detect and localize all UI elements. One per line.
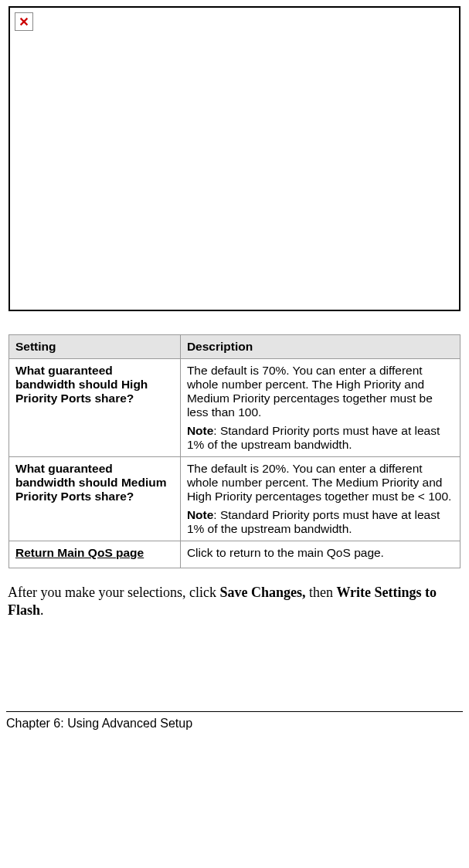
setting-cell: What guaranteed bandwidth should High Pr… (9, 359, 181, 457)
return-main-qos-link[interactable]: Return Main QoS page (15, 546, 144, 559)
save-changes-label: Save Changes, (219, 585, 305, 600)
note-label: Note (187, 508, 213, 521)
text-fragment: After you make your selections, click (8, 585, 219, 600)
description-text: The default is 20%. You can enter a diff… (187, 462, 454, 504)
header-description: Description (180, 335, 460, 359)
text-fragment: . (40, 602, 44, 618)
table-row: What guaranteed bandwidth should High Pr… (9, 359, 461, 457)
note-text: : Standard Priority ports must have at l… (187, 424, 440, 451)
text-fragment: then (305, 585, 336, 600)
header-setting: Setting (9, 335, 181, 359)
description-cell: The default is 20%. You can enter a diff… (180, 457, 460, 541)
note-line: Note: Standard Priority ports must have … (187, 424, 454, 452)
note-line: Note: Standard Priority ports must have … (187, 508, 454, 536)
table-header-row: Setting Description (9, 335, 461, 359)
chapter-title: Chapter 6: Using Advanced Setup (6, 717, 192, 730)
setting-cell: Return Main QoS page (9, 541, 181, 568)
instruction-paragraph: After you make your selections, click Sa… (8, 584, 457, 619)
setting-cell: What guaranteed bandwidth should Medium … (9, 457, 181, 541)
note-label: Note (187, 424, 213, 437)
description-cell: Click to return to the main QoS page. (180, 541, 460, 568)
description-cell: The default is 70%. You can enter a diff… (180, 359, 460, 457)
description-text: Click to return to the main QoS page. (187, 546, 454, 560)
table-row: Return Main QoS page Click to return to … (9, 541, 461, 568)
broken-image-icon (15, 12, 33, 31)
page-footer: Chapter 6: Using Advanced Setup (6, 711, 463, 731)
settings-table: Setting Description What guaranteed band… (8, 334, 461, 568)
table-row: What guaranteed bandwidth should Medium … (9, 457, 461, 541)
description-text: The default is 70%. You can enter a diff… (187, 364, 454, 419)
screenshot-placeholder (8, 6, 461, 311)
note-text: : Standard Priority ports must have at l… (187, 508, 440, 535)
